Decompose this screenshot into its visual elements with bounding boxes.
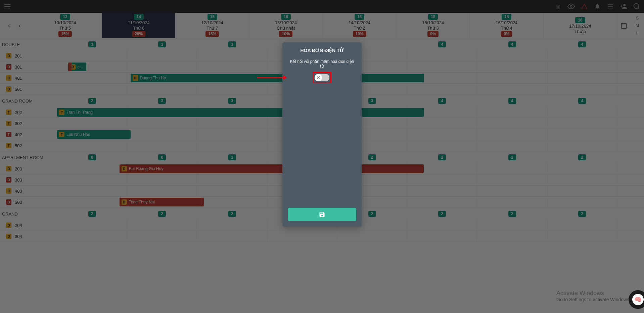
close-icon: ✕ <box>315 74 322 81</box>
save-button[interactable] <box>288 208 356 221</box>
svg-marker-8 <box>283 75 287 80</box>
einvoice-toggle[interactable]: ✕ <box>315 74 329 81</box>
brain-icon: 🧠 <box>632 294 644 305</box>
modal-title: HÓA ĐƠN ĐIỆN TỬ <box>288 48 356 53</box>
modal-description: Kết nối với phần mềm hóa đơn điện tử <box>288 59 356 69</box>
save-icon <box>319 211 325 218</box>
einvoice-modal: HÓA ĐƠN ĐIỆN TỬ Kết nối với phần mềm hóa… <box>282 42 362 227</box>
annotation-arrow <box>257 75 287 80</box>
annotation-highlight: ✕ <box>313 72 331 83</box>
modal-overlay[interactable]: HÓA ĐƠN ĐIỆN TỬ Kết nối với phần mềm hóa… <box>0 0 644 313</box>
